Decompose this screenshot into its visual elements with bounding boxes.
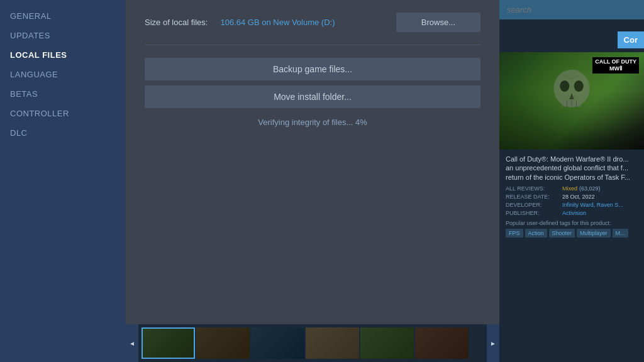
file-size-label: Size of local files: [145, 18, 208, 27]
cod-logo: CALL OF DUTYMWⅡ [592, 57, 639, 74]
svg-point-1 [560, 80, 569, 92]
sidebar-item-controller[interactable]: CONTROLLER [0, 104, 126, 123]
game-title: Call of Duty®: Modern Warfare® II dro...… [506, 155, 638, 182]
search-input[interactable] [499, 0, 644, 19]
move-install-folder-button[interactable]: Move install folder... [145, 85, 480, 108]
developer-label: DEVELOPER: [506, 202, 562, 208]
thumb-next-button[interactable]: ► [487, 324, 499, 362]
tag-fps[interactable]: FPS [506, 229, 523, 238]
browse-button[interactable]: Browse... [396, 13, 480, 32]
game-info-section: Call of Duty®: Modern Warfare® II dro...… [499, 150, 644, 243]
sidebar: GENERAL UPDATES LOCAL FILES LANGUAGE BET… [0, 0, 126, 362]
sidebar-item-local-files[interactable]: LOCAL FILES [0, 45, 126, 65]
developer-row: DEVELOPER: Infinity Ward, Raven S... [506, 202, 638, 208]
backup-game-files-button[interactable]: Backup game files... [145, 58, 480, 80]
reviews-label: ALL REVIEWS: [506, 185, 562, 192]
thumbnail-item-1[interactable] [142, 327, 195, 359]
release-value: 28 Oct, 2022 [562, 194, 595, 200]
file-size-value: 106.64 GB on New Volume (D:) [220, 18, 383, 27]
release-label: RELEASE DATE: [506, 194, 562, 200]
thumbnail-item-3[interactable] [251, 327, 304, 359]
thumbnail-list [138, 324, 487, 362]
tags-label: Popular user-defined tags for this produ… [506, 220, 638, 226]
publisher-row: PUBLISHER: Activision [506, 210, 638, 216]
publisher-label: PUBLISHER: [506, 210, 562, 216]
main-content: Size of local files: 106.64 GB on New Vo… [126, 0, 499, 362]
tag-more[interactable]: M... [613, 229, 628, 238]
thumbnails-bar: ◄ ► [126, 324, 499, 362]
sidebar-item-language[interactable]: LANGUAGE [0, 65, 126, 84]
tag-multiplayer[interactable]: Multiplayer [577, 229, 611, 238]
sidebar-item-betas[interactable]: BETAS [0, 84, 126, 104]
reviews-value[interactable]: Mixed [562, 185, 577, 192]
file-size-row: Size of local files: 106.64 GB on New Vo… [145, 13, 480, 45]
thumbnail-item-2[interactable] [196, 327, 250, 359]
thumbnail-item-5[interactable] [360, 327, 414, 359]
tag-shooter[interactable]: Shooter [549, 229, 575, 238]
publisher-value[interactable]: Activision [562, 210, 586, 216]
sidebar-item-dlc[interactable]: DLC [0, 123, 126, 143]
svg-point-2 [574, 80, 584, 92]
thumb-prev-button[interactable]: ◄ [126, 324, 138, 362]
game-cover-image: CALL OF DUTYMWⅡ [499, 52, 644, 150]
developer-value[interactable]: Infinity Ward, Raven S... [562, 202, 623, 208]
sidebar-item-general[interactable]: GENERAL [0, 6, 126, 26]
release-row: RELEASE DATE: 28 Oct, 2022 [506, 194, 638, 200]
reviews-count: (63,029) [579, 185, 601, 192]
verify-status-text: Verifying integrity of files... 4% [145, 118, 480, 127]
reviews-row: ALL REVIEWS: Mixed (63,029) [506, 185, 638, 192]
tags-row: FPS Action Shooter Multiplayer M... [506, 229, 638, 238]
right-panel: Cor CALL OF DUTYMWⅡ Call of Duty®: Moder… [499, 0, 644, 362]
thumbnail-item-4[interactable] [306, 327, 359, 359]
thumbnail-item-6[interactable] [415, 327, 469, 359]
cor-button[interactable]: Cor [618, 31, 644, 48]
chevron-right-icon: ► [490, 340, 496, 347]
chevron-left-icon: ◄ [129, 340, 135, 347]
sidebar-item-updates[interactable]: UPDATES [0, 26, 126, 45]
tag-action[interactable]: Action [525, 229, 547, 238]
